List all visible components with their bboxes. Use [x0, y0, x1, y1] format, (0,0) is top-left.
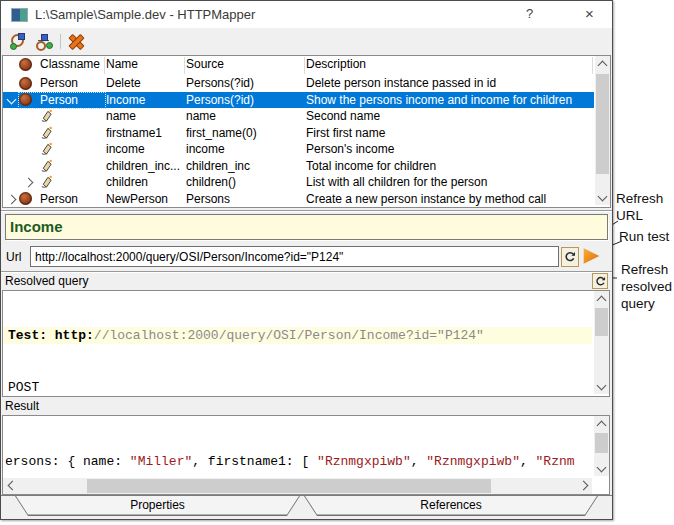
table-row[interactable]: Person NewPerson Persons Create a new pe…: [3, 191, 594, 208]
url-label: Url: [6, 250, 21, 264]
resolved-query-line: POST: [3, 379, 592, 396]
resolved-query-label: Resolved query: [5, 274, 88, 288]
splitter[interactable]: [1, 210, 612, 212]
table-row[interactable]: firstname1 first_name(0) First first nam…: [3, 125, 594, 142]
tab-properties[interactable]: Properties: [15, 496, 300, 516]
result-label: Result: [5, 399, 39, 413]
property-hand-icon: [40, 126, 53, 140]
delete-x-icon[interactable]: [67, 32, 85, 50]
scroll-down-button[interactable]: [594, 462, 609, 476]
resolved-query-line: Test: http://localhost:2000/query/OSI/Pe…: [3, 327, 592, 344]
refresh-url-button[interactable]: [561, 247, 579, 267]
section-divider: [1, 271, 612, 273]
header-description: Description: [306, 57, 366, 71]
close-button[interactable]: ×: [567, 1, 612, 28]
table-row-selected[interactable]: Person Income Persons(?id) Show the pers…: [3, 92, 594, 109]
header-name: Name: [106, 57, 138, 71]
play-triangle-icon: [583, 248, 600, 264]
selected-mapping-header: Income: [5, 214, 608, 240]
annotation-run-test: Run test: [619, 228, 669, 245]
mapping-tree-icon[interactable]: [35, 32, 53, 50]
property-hand-icon: [40, 109, 53, 123]
table-row[interactable]: Person Delete Persons(?id) Delete person…: [3, 75, 594, 92]
resolved-query-pane[interactable]: Test: http://localhost:2000/query/OSI/Pe…: [2, 290, 610, 397]
httpmapper-window: L:\Sample\Sample.dev - HTTPMapper ? × Cl…: [0, 0, 613, 520]
help-button[interactable]: ?: [507, 1, 552, 28]
chevron-right-icon[interactable]: [7, 194, 17, 204]
scroll-left-button[interactable]: [3, 478, 18, 494]
property-hand-icon: [40, 159, 53, 173]
scroll-down-button[interactable]: [595, 190, 610, 205]
scrollbar-thumb[interactable]: [595, 433, 608, 453]
result-vertical-scrollbar[interactable]: [594, 416, 609, 476]
class-icon: [19, 77, 32, 90]
scroll-up-button[interactable]: [595, 56, 610, 71]
table-vertical-scrollbar[interactable]: [595, 56, 610, 205]
header-classname: Classname: [40, 57, 100, 71]
result-horizontal-scrollbar[interactable]: [3, 478, 592, 494]
url-input[interactable]: [30, 246, 559, 267]
tab-references[interactable]: References: [304, 496, 598, 516]
scroll-right-button[interactable]: [577, 478, 592, 494]
class-icon: [19, 192, 32, 205]
title-bar: L:\Sample\Sample.dev - HTTPMapper ? ×: [1, 1, 612, 28]
table-row[interactable]: income income Person's income: [3, 141, 594, 158]
refresh-resolved-query-button[interactable]: [592, 273, 608, 289]
annotation-refresh-url: Refresh URL: [616, 190, 663, 224]
table-header[interactable]: Classname Name Source Description: [3, 56, 594, 75]
chevron-down-icon[interactable]: [7, 94, 17, 104]
scrollbar-thumb[interactable]: [595, 308, 608, 336]
property-hand-icon: [40, 142, 53, 156]
add-class-icon[interactable]: [9, 32, 27, 50]
mapping-title: Income: [10, 215, 63, 238]
table-row[interactable]: children_inc... children_inc Total incom…: [3, 158, 594, 175]
mapping-table: Classname Name Source Description Person…: [2, 55, 611, 208]
refresh-icon: [564, 251, 576, 263]
class-icon: [19, 58, 32, 71]
result-line: ersons: { name: "Miller", firstname1: [ …: [3, 453, 592, 471]
scroll-up-button[interactable]: [594, 291, 609, 306]
scrollbar-thumb[interactable]: [596, 74, 609, 174]
app-window-icon: [11, 8, 28, 22]
table-row[interactable]: name name Second name: [3, 108, 594, 125]
resolved-query-vertical-scrollbar[interactable]: [594, 291, 609, 394]
window-title: L:\Sample\Sample.dev - HTTPMapper: [35, 1, 255, 28]
header-source: Source: [186, 57, 224, 71]
refresh-icon: [595, 276, 606, 287]
scrollbar-thumb[interactable]: [87, 479, 491, 493]
chevron-right-icon[interactable]: [24, 178, 34, 188]
toolbar: [1, 28, 612, 55]
scroll-up-button[interactable]: [594, 416, 609, 431]
result-pane[interactable]: ersons: { name: "Miller", firstname1: [ …: [2, 415, 610, 495]
annotation-refresh-resolved-query: Refresh resolved query: [621, 261, 672, 312]
scroll-down-button[interactable]: [594, 379, 609, 394]
toolbar-separator: [60, 34, 61, 49]
table-row[interactable]: children children() List with all childr…: [3, 174, 594, 191]
run-test-button[interactable]: [582, 247, 603, 266]
property-hand-icon: [40, 175, 53, 189]
